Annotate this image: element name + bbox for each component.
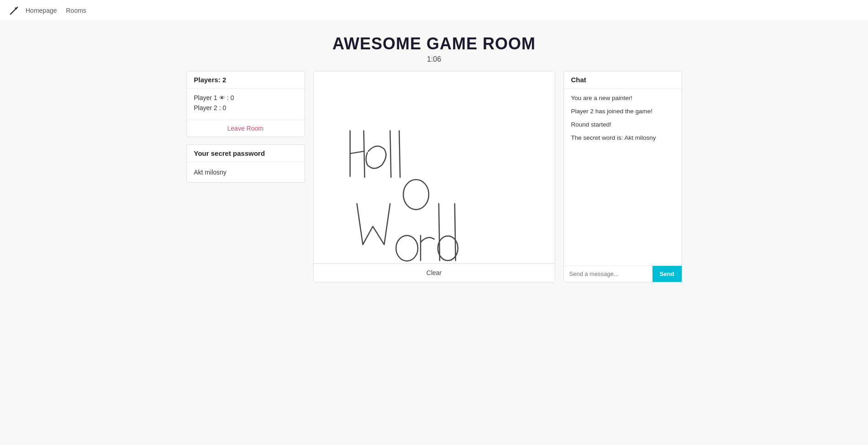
player1-name: Player 1: [194, 94, 217, 101]
nav-rooms[interactable]: Rooms: [66, 7, 86, 14]
players-heading: Players: 2: [187, 71, 305, 89]
chat-heading: Chat: [564, 71, 682, 89]
chat-message: You are a new painter!: [571, 94, 674, 103]
page-timer: 1:06: [0, 55, 868, 64]
player-item: Player 1 👁 : 0: [194, 94, 297, 101]
clear-button[interactable]: Clear: [314, 263, 555, 282]
chat-input-row: Send: [564, 265, 682, 282]
canvas-panel: Clear: [313, 71, 555, 282]
eye-icon: 👁: [219, 95, 225, 101]
main-layout: Players: 2 Player 1 👁 : 0 Player 2 : 0 L…: [115, 71, 754, 301]
chat-messages: You are a new painter! Player 2 has join…: [564, 89, 682, 265]
chat-message: Round started!: [571, 121, 674, 129]
drawing-canvas[interactable]: [314, 71, 555, 263]
player1-score: : 0: [227, 94, 234, 101]
svg-point-4: [396, 235, 418, 261]
secret-word: Akt milosny: [187, 162, 305, 182]
chat-input[interactable]: [564, 266, 652, 282]
secret-heading: Your secret password: [187, 145, 305, 162]
navbar: Homepage Rooms: [0, 0, 868, 21]
players-list: Player 1 👁 : 0 Player 2 : 0: [187, 89, 305, 120]
nav-links: Homepage Rooms: [26, 7, 86, 14]
chat-message: The secret word is: Akt milosny: [571, 134, 674, 143]
nav-homepage[interactable]: Homepage: [26, 7, 57, 14]
chat-message: Player 2 has joined the game!: [571, 107, 674, 116]
svg-line-1: [17, 7, 18, 8]
player2-name: Player 2 : 0: [194, 104, 226, 111]
players-panel: Players: 2 Player 1 👁 : 0 Player 2 : 0 L…: [186, 71, 305, 137]
page-header: AWESOME GAME ROOM 1:06: [0, 21, 868, 71]
leave-room-button[interactable]: Leave Room: [187, 120, 305, 137]
chat-panel: Chat You are a new painter! Player 2 has…: [563, 71, 682, 282]
player-item: Player 2 : 0: [194, 104, 297, 111]
left-panel: Players: 2 Player 1 👁 : 0 Player 2 : 0 L…: [186, 71, 305, 282]
svg-line-2: [16, 8, 16, 9]
svg-point-3: [403, 180, 429, 210]
chat-send-button[interactable]: Send: [652, 266, 682, 282]
secret-panel: Your secret password Akt milosny: [186, 144, 305, 183]
page-title: AWESOME GAME ROOM: [0, 34, 868, 53]
logo-icon: [9, 5, 19, 16]
canvas-svg: [314, 71, 555, 263]
